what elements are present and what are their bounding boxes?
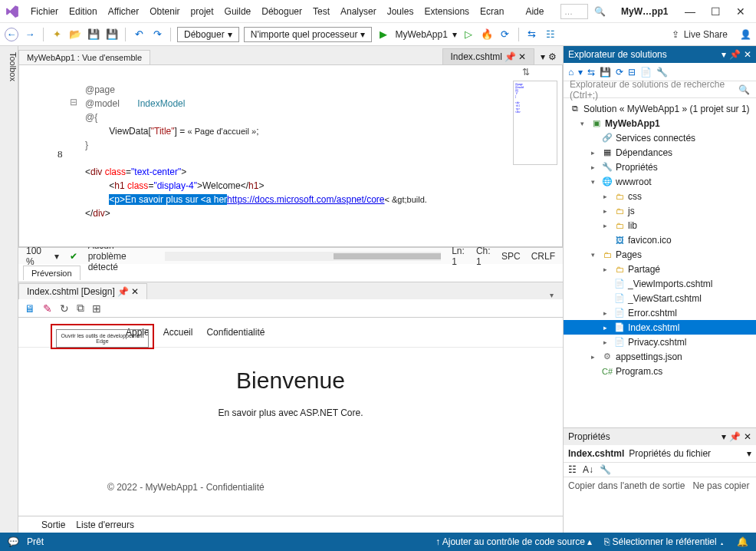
new-project-icon[interactable]: ✦ — [50, 28, 64, 41]
panel-dropdown-icon[interactable]: ▾ — [721, 49, 726, 60]
folder-css[interactable]: ▸🗀css — [564, 189, 756, 203]
file-appsettings[interactable]: ▸⚙appsettings.json — [564, 349, 756, 364]
space-indicator[interactable]: SPC — [501, 251, 521, 262]
menu-test[interactable]: Test — [308, 4, 334, 19]
menu-get[interactable]: Obtenir — [145, 4, 184, 19]
menu-view[interactable]: Afficher — [104, 4, 143, 19]
nav-privacy[interactable]: Confidentialité — [206, 327, 265, 338]
panel-close-icon[interactable]: ✕ — [744, 49, 751, 60]
redo-icon[interactable]: ↷ — [150, 28, 164, 41]
toolbox-tab[interactable]: Toolbox — [0, 46, 18, 533]
dependencies[interactable]: ▸▦Dépendances — [564, 145, 756, 160]
tab-overview[interactable]: MyWebApp1 : Vue d'ensemble — [18, 50, 150, 64]
menu-edit[interactable]: Edition — [64, 4, 102, 19]
hscroll-thumb[interactable] — [334, 253, 441, 259]
menu-help[interactable]: Aide — [521, 4, 548, 19]
properties-selection[interactable]: Index.cshtmlPropriétés du fichier▾ — [564, 445, 756, 462]
crlf-indicator[interactable]: CRLF — [531, 251, 555, 262]
menu-tools[interactable]: Joules — [383, 4, 419, 19]
minimize-button[interactable]: — — [685, 5, 695, 18]
properties-icon[interactable]: 🔧 — [656, 67, 668, 78]
devtools-icon[interactable]: 🖥 — [25, 302, 35, 315]
switcher-icon[interactable]: ▾ — [578, 67, 583, 78]
browser-link-icon[interactable]: ⇆ — [525, 28, 539, 41]
select-repo[interactable]: ⎘ Sélectionner le référentiel ▴ — [604, 536, 725, 547]
menu-window[interactable]: Ecran — [475, 4, 508, 19]
close-button[interactable]: ✕ — [736, 5, 745, 18]
start-icon[interactable]: ▶ — [376, 28, 390, 41]
tool-icon[interactable]: ☷ — [544, 28, 557, 41]
preview-tab[interactable]: Préversion — [23, 266, 81, 280]
save-icon[interactable]: 💾 — [600, 67, 611, 78]
configuration-dropdown[interactable]: Déboguer▾ — [177, 27, 239, 42]
gear-icon[interactable]: ⚙ — [548, 51, 557, 62]
solution-search[interactable]: Explorateur de solutions de recherche (C… — [564, 81, 756, 98]
tab-design[interactable]: Index.cshtml [Design] 📌 ✕ — [18, 283, 147, 299]
grid-icon[interactable]: ⊞ — [92, 302, 101, 315]
maximize-button[interactable]: ☐ — [711, 5, 721, 18]
wwwroot[interactable]: ▾🌐wwwroot — [564, 174, 756, 189]
collapse-icon[interactable]: ⊟ — [628, 67, 636, 78]
menu-project[interactable]: projet — [186, 4, 219, 19]
folder-lib[interactable]: ▸🗀lib — [564, 218, 756, 233]
folder-js[interactable]: ▸🗀js — [564, 203, 756, 218]
showall-icon[interactable]: 📄 — [640, 67, 652, 78]
open-icon[interactable]: 📂 — [68, 28, 82, 41]
file-favicon[interactable]: 🖼favicon.ico — [564, 233, 756, 247]
save-all-icon[interactable]: 💾 — [105, 28, 119, 41]
code-editor[interactable]: ⊟ 8 @page @model IndexModel @{ ViewData[… — [18, 64, 563, 247]
tab-errorlist[interactable]: Liste d'erreurs — [76, 520, 134, 530]
solution-tree[interactable]: ⧉Solution « MyWebApp1 » (1 projet sur 1)… — [564, 98, 756, 427]
run-target[interactable]: MyWebApp1 — [395, 29, 447, 40]
solution-node[interactable]: ⧉Solution « MyWebApp1 » (1 projet sur 1) — [564, 101, 756, 116]
feedback-icon[interactable]: 💬 — [8, 536, 19, 547]
tab-dropdown-icon[interactable]: ▾ — [541, 51, 545, 62]
undo-icon[interactable]: ↶ — [132, 28, 146, 41]
file-error[interactable]: ▸📄Error.cshtml — [564, 305, 756, 320]
search-input[interactable]: … — [560, 4, 588, 19]
panel-pin-icon[interactable]: 📌 — [729, 431, 741, 442]
file-viewimports[interactable]: 📄_ViewImports.cshtml — [564, 276, 756, 291]
file-program[interactable]: C#Program.cs — [564, 364, 756, 378]
liveshare-icon[interactable]: ⇪ — [672, 29, 679, 40]
properties-node[interactable]: ▸🔧Propriétés — [564, 160, 756, 174]
categorize-icon[interactable]: ☷ — [568, 464, 577, 475]
search-icon[interactable]: 🔍 — [594, 6, 606, 17]
refresh-icon[interactable]: ⟳ — [498, 28, 512, 41]
sync-icon[interactable]: ⇆ — [587, 67, 595, 78]
folder-pages[interactable]: ▾🗀Pages — [564, 247, 756, 262]
home-icon[interactable]: ⌂ — [568, 67, 574, 78]
panel-close-icon[interactable]: ✕ — [744, 431, 751, 442]
tab-index-cshtml[interactable]: Index.cshtml 📌 ✕ — [442, 48, 534, 64]
platform-dropdown[interactable]: N'importe quel processeur▾ — [244, 27, 373, 42]
chevron-down-icon[interactable]: ▾ — [550, 291, 563, 299]
start-no-debug-icon[interactable]: ▷ — [462, 28, 475, 41]
menu-debug[interactable]: Déboguer — [257, 4, 307, 19]
properties-grid[interactable]: Copier dans l'aneth de sortie Ne pas cop… — [564, 477, 756, 494]
menu-file[interactable]: Fichier — [26, 4, 63, 19]
pin-icon[interactable]: 📌 — [505, 51, 516, 62]
file-index-selected[interactable]: ▸📄Index.cshtml — [564, 320, 756, 335]
nav-home[interactable]: Accueil — [163, 327, 193, 338]
brush-icon[interactable]: ✎ — [43, 302, 52, 315]
liveshare-label[interactable]: Live Share — [684, 29, 728, 40]
save-icon[interactable]: 💾 — [87, 28, 100, 41]
panel-pin-icon[interactable]: 📌 — [729, 49, 741, 60]
reload-icon[interactable]: ↻ — [60, 302, 69, 315]
tab-close-icon[interactable]: ✕ — [518, 51, 526, 62]
nav-back-icon[interactable]: ← — [5, 28, 18, 41]
menu-build[interactable]: Guilde — [220, 4, 256, 19]
add-source-control[interactable]: ↑ Ajouter au contrôle de code source ▴ — [436, 536, 592, 547]
notifications-icon[interactable]: 🔔 — [737, 536, 748, 547]
file-privacy[interactable]: ▸📄Privacy.cshtml — [564, 335, 756, 349]
project-node[interactable]: ▾▣MyWebApp1 — [564, 116, 756, 130]
copy-icon[interactable]: ⧉ — [77, 302, 84, 315]
folder-shared[interactable]: ▸🗀Partagé — [564, 262, 756, 276]
connected-services[interactable]: 🔗Services connectés — [564, 130, 756, 145]
menu-extensions[interactable]: Extensions — [419, 4, 474, 19]
code-minimap[interactable]: @page@model@{ V}<div <h1 <p></div — [513, 81, 557, 165]
menu-analyze[interactable]: Analyser — [336, 4, 381, 19]
alpha-sort-icon[interactable]: A↓ — [583, 464, 593, 475]
pin-icon[interactable]: 📌 — [117, 286, 129, 297]
tab-output[interactable]: Sortie — [41, 520, 65, 530]
